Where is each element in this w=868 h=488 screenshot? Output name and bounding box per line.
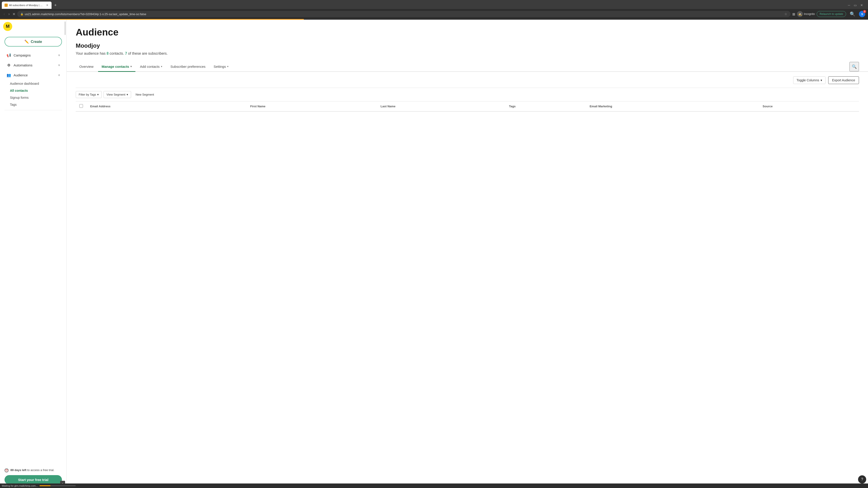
restore-button[interactable]: ▭ xyxy=(852,3,858,7)
lock-icon: 🔒 xyxy=(20,13,24,15)
window-controls: ─ ▭ ✕ xyxy=(846,3,866,7)
close-button[interactable]: ✕ xyxy=(859,3,864,7)
bookmark-button[interactable]: ☆ xyxy=(784,12,787,16)
free-trial-notice: ⏰ 89 days left to access a free trial. xyxy=(4,468,62,473)
tab-title: All subscribers of Moodjoy | Ma... xyxy=(9,4,44,6)
status-bar: Waiting for gtm.mailchimp.com... xyxy=(0,484,868,488)
contacts-count: 8 xyxy=(106,52,108,55)
sidebar-item-tags[interactable]: Tags xyxy=(2,101,65,108)
tab-add-contacts[interactable]: Add contacts ▾ xyxy=(136,62,166,72)
audience-icon: 👥 xyxy=(6,72,11,77)
status-bar-fill xyxy=(39,485,51,486)
browser-search-button[interactable]: 🔍 xyxy=(848,9,857,19)
select-all-header xyxy=(76,101,87,111)
address-bar-row: ‹ › ✕ 🔒 us21.admin.mailchimp.com/lists/m… xyxy=(0,9,868,19)
audience-chevron-icon: ∧ xyxy=(58,73,60,76)
new-segment-button[interactable]: New Segment xyxy=(133,91,157,98)
tab-close-button[interactable]: ✕ xyxy=(46,3,49,7)
back-button[interactable]: ‹ xyxy=(3,11,6,17)
first-name-column-header: First Name xyxy=(247,101,377,111)
content-actions: Toggle Columns ▾ Export Audience xyxy=(76,76,859,84)
tab-search-button[interactable]: 🔍 xyxy=(849,62,859,71)
browser-chrome: 🐒 All subscribers of Moodjoy | Ma... ✕ +… xyxy=(0,0,868,20)
view-segment-button[interactable]: View Segment ▾ xyxy=(103,91,131,98)
export-audience-button[interactable]: Export Audience xyxy=(828,76,859,84)
start-trial-button[interactable]: Start your free trial xyxy=(4,475,62,484)
toggle-columns-button[interactable]: Toggle Columns ▾ xyxy=(793,76,826,84)
logo-area[interactable]: M xyxy=(0,20,66,33)
add-contacts-chevron-icon: ▾ xyxy=(161,65,162,68)
tab-bar: 🐒 All subscribers of Moodjoy | Ma... ✕ +… xyxy=(0,0,868,9)
sidebar-item-audience-dashboard[interactable]: Audience dashboard xyxy=(2,80,65,87)
nav-audience[interactable]: 👥 Audience ∧ xyxy=(2,70,65,80)
tab-settings[interactable]: Settings ▾ xyxy=(210,62,232,72)
profile-avatar[interactable]: S 2 xyxy=(859,11,865,17)
select-all-checkbox[interactable] xyxy=(79,104,83,108)
pencil-icon: ✏️ xyxy=(24,39,29,44)
audience-sub-nav: Audience dashboard All contacts Signup f… xyxy=(0,80,66,108)
relaunch-button[interactable]: Relaunch to update xyxy=(817,11,846,17)
nav-tabs: Overview Manage contacts ▾ Add contacts … xyxy=(67,62,868,72)
content-area: Toggle Columns ▾ Export Audience Filter … xyxy=(67,72,868,116)
manage-contacts-chevron-icon: ▾ xyxy=(130,65,132,68)
email-address-column-header: Email Address xyxy=(87,101,247,111)
toggle-columns-chevron-icon: ▾ xyxy=(820,78,822,82)
tab-manage-contacts[interactable]: Manage contacts ▾ xyxy=(98,62,135,72)
sidebar-scrollbar[interactable] xyxy=(65,22,66,35)
page-title: Audience xyxy=(76,27,859,38)
svg-text:M: M xyxy=(6,24,10,29)
url-text: us21.admin.mailchimp.com/lists/members/?… xyxy=(25,12,783,16)
audience-stats: Your audience has 8 contacts. 7 of these… xyxy=(76,52,859,56)
tab-favicon: 🐒 xyxy=(4,4,8,7)
trial-text: 89 days left to access a free trial. xyxy=(10,468,54,472)
automations-icon: ⚙ xyxy=(6,63,11,68)
contacts-table: Email Address First Name Last Name Tags … xyxy=(76,101,859,111)
right-panel: ? xyxy=(858,475,866,484)
table-header-row: Email Address First Name Last Name Tags … xyxy=(76,101,859,111)
incognito-area: 🕵 Incognito xyxy=(797,11,815,17)
subscribers-count: 7 xyxy=(125,52,127,55)
clock-icon: ⏰ xyxy=(4,468,8,473)
tab-subscriber-preferences[interactable]: Subscriber preferences xyxy=(167,62,209,72)
filter-by-tags-button[interactable]: Filter by Tags ▾ xyxy=(76,91,102,98)
tab-overview[interactable]: Overview xyxy=(76,62,97,72)
nav-campaigns[interactable]: 📢 Campaigns ∨ xyxy=(2,51,65,60)
incognito-icon: 🕵 xyxy=(797,11,803,17)
status-bar-text: Waiting for gtm.mailchimp.com... xyxy=(2,484,38,487)
filter-bar: Filter by Tags ▾ View Segment ▾ New Segm… xyxy=(76,88,859,101)
campaigns-icon: 📢 xyxy=(6,53,11,58)
tags-column-header: Tags xyxy=(505,101,586,111)
main-content: Audience Moodjoy Your audience has 8 con… xyxy=(67,20,868,488)
reload-button[interactable]: ✕ xyxy=(12,12,16,16)
sidebar-item-all-contacts[interactable]: All contacts xyxy=(2,87,65,94)
notification-badge: 2 xyxy=(863,10,866,13)
forward-button[interactable]: › xyxy=(7,11,10,17)
sidebar-item-signup-forms[interactable]: Signup forms xyxy=(2,94,65,101)
app-container: M ✏️ Create 📢 Campaigns ∨ ⚙ Automations … xyxy=(0,20,868,488)
create-button[interactable]: ✏️ Create xyxy=(4,37,62,46)
last-name-column-header: Last Name xyxy=(377,101,505,111)
source-column-header: Source xyxy=(759,101,859,111)
nav-automations[interactable]: ⚙ Automations ∨ xyxy=(2,60,65,70)
incognito-label: Incognito xyxy=(804,12,815,15)
help-button[interactable]: ? xyxy=(858,475,866,484)
page-header: Audience Moodjoy Your audience has 8 con… xyxy=(67,20,868,56)
active-tab[interactable]: 🐒 All subscribers of Moodjoy | Ma... ✕ xyxy=(2,2,52,9)
status-bar-progress xyxy=(39,485,76,486)
audience-name: Moodjoy xyxy=(76,42,859,49)
automations-chevron-icon: ∨ xyxy=(58,64,60,67)
email-marketing-column-header: Email Marketing xyxy=(586,101,759,111)
address-bar[interactable]: 🔒 us21.admin.mailchimp.com/lists/members… xyxy=(17,11,791,17)
view-segment-chevron-icon: ▾ xyxy=(127,93,128,96)
sidebar: M ✏️ Create 📢 Campaigns ∨ ⚙ Automations … xyxy=(0,20,67,488)
mailchimp-logo: M xyxy=(3,22,13,31)
minimize-button[interactable]: ─ xyxy=(846,3,851,7)
settings-chevron-icon: ▾ xyxy=(227,65,228,68)
extensions-button[interactable]: ▦ xyxy=(792,12,795,16)
filter-tags-chevron-icon: ▾ xyxy=(97,93,99,96)
new-tab-button[interactable]: + xyxy=(53,2,59,8)
campaigns-chevron-icon: ∨ xyxy=(58,54,60,57)
